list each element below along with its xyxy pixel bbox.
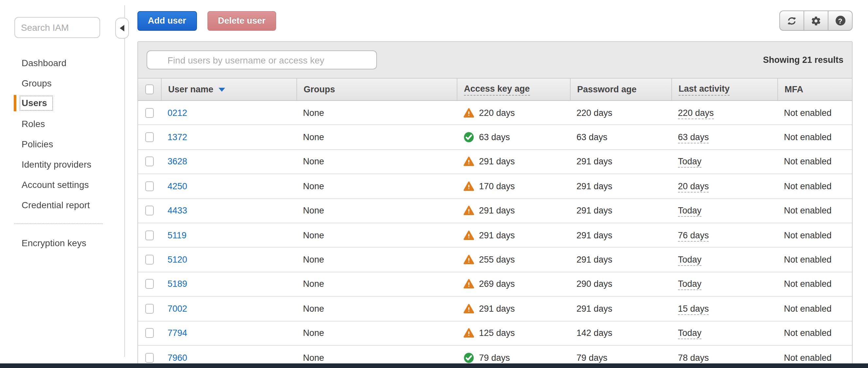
user-name-link[interactable]: 0212: [167, 108, 187, 117]
sidebar-item-roles[interactable]: Roles: [0, 113, 124, 134]
delete-user-button[interactable]: Delete user: [208, 11, 276, 31]
header-user-name[interactable]: User name: [161, 79, 297, 100]
toolbar: Add user Delete user: [137, 0, 852, 41]
table-row: 5189 None 269 days 290 days Today Not en…: [138, 272, 852, 296]
search-iam-input[interactable]: [14, 17, 100, 38]
last-activity-value: Today: [678, 255, 702, 266]
select-all-checkbox[interactable]: [145, 84, 154, 94]
last-activity-cell: 15 days: [671, 304, 777, 314]
table-row: 7002 None 291 days 291 days 15 days Not …: [138, 296, 852, 321]
row-checkbox[interactable]: [145, 132, 154, 142]
sidebar-item-policies[interactable]: Policies: [0, 134, 124, 154]
password-age-cell: 291 days: [570, 181, 671, 191]
row-select-cell: [138, 157, 161, 167]
access-key-age-value: 63 days: [479, 132, 510, 142]
refresh-button[interactable]: [780, 11, 804, 30]
table-row: 5120 None 255 days 291 days Today Not en…: [138, 248, 852, 273]
row-checkbox[interactable]: [145, 157, 154, 167]
header-mfa[interactable]: MFA: [777, 79, 852, 100]
sidebar-item-credential-report[interactable]: Credential report: [0, 195, 124, 215]
row-select-cell: [138, 132, 161, 142]
help-button[interactable]: ?: [828, 11, 852, 30]
last-activity-cell: Today: [671, 255, 777, 264]
row-checkbox[interactable]: [145, 328, 154, 338]
user-name-link[interactable]: 5119: [167, 230, 186, 240]
user-name-link[interactable]: 7794: [167, 328, 187, 338]
sidebar-item-encryption-keys[interactable]: Encryption keys: [0, 232, 124, 253]
sidebar-item-groups[interactable]: Groups: [0, 73, 124, 93]
user-name-link[interactable]: 4433: [167, 206, 187, 216]
row-checkbox[interactable]: [145, 352, 154, 362]
help-icon: ?: [835, 16, 845, 26]
access-key-age-cell: 170 days: [457, 181, 570, 192]
last-activity-value: Today: [678, 206, 702, 217]
user-name-link[interactable]: 5189: [167, 279, 187, 289]
mfa-cell: Not enabled: [777, 108, 852, 117]
sidebar-item-dashboard[interactable]: Dashboard: [0, 52, 124, 73]
sidebar-collapse-toggle[interactable]: [115, 18, 129, 39]
user-name-link[interactable]: 3628: [167, 157, 187, 167]
header-access-key-age[interactable]: Access key age: [457, 79, 570, 100]
sidebar-nav: Dashboard Groups Users Roles Policies Id…: [0, 52, 124, 253]
access-key-age-value: 291 days: [479, 206, 515, 216]
row-select-cell: [138, 255, 161, 264]
row-checkbox[interactable]: [145, 304, 154, 314]
row-checkbox[interactable]: [145, 108, 154, 117]
access-key-age-cell: 291 days: [457, 229, 570, 240]
user-name-link[interactable]: 5120: [167, 255, 187, 264]
groups-cell: None: [297, 230, 457, 240]
header-password-age[interactable]: Password age: [570, 79, 671, 100]
results-count: Showing 21 results: [763, 42, 843, 78]
access-key-age-value: 79 days: [479, 352, 510, 362]
row-checkbox[interactable]: [145, 279, 154, 289]
mfa-cell: Not enabled: [777, 352, 852, 362]
last-activity-cell: 78 days: [671, 352, 777, 362]
last-activity-cell: Today: [671, 206, 777, 216]
access-key-age-cell: 255 days: [457, 254, 570, 265]
settings-button[interactable]: [804, 11, 828, 30]
warning-icon: [463, 303, 474, 314]
user-name-link[interactable]: 1372: [167, 132, 187, 142]
sidebar-item-label: Account settings: [22, 179, 89, 190]
last-activity-value: 220 days: [678, 108, 714, 119]
iam-console: Dashboard Groups Users Roles Policies Id…: [0, 0, 868, 368]
password-age-cell: 290 days: [570, 279, 671, 289]
user-name-cell: 1372: [161, 132, 297, 142]
header-label: Groups: [304, 84, 335, 94]
password-age-cell: 142 days: [570, 328, 671, 338]
user-name-cell: 4250: [161, 181, 297, 191]
success-icon: [463, 352, 474, 363]
row-checkbox[interactable]: [145, 181, 154, 191]
row-checkbox[interactable]: [145, 255, 154, 264]
find-users-input[interactable]: [147, 50, 377, 69]
sidebar-item-account-settings[interactable]: Account settings: [0, 174, 124, 195]
user-name-link[interactable]: 7002: [167, 304, 187, 314]
mfa-cell: Not enabled: [777, 328, 852, 338]
add-user-button[interactable]: Add user: [137, 11, 197, 31]
access-key-age-value: 125 days: [479, 328, 515, 338]
row-checkbox[interactable]: [145, 206, 154, 216]
header-groups[interactable]: Groups: [297, 79, 457, 100]
table-row: 4250 None 170 days 291 days 20 days Not …: [138, 174, 852, 199]
sidebar-item-identity-providers[interactable]: Identity providers: [0, 154, 124, 174]
mfa-cell: Not enabled: [777, 230, 852, 240]
access-key-age-cell: 125 days: [457, 328, 570, 339]
user-name-cell: 7002: [161, 304, 297, 314]
last-activity-cell: Today: [671, 328, 777, 338]
warning-icon: [463, 181, 474, 192]
row-select-cell: [138, 181, 161, 191]
header-last-activity[interactable]: Last activity: [671, 79, 777, 100]
last-activity-value: 63 days: [678, 132, 709, 143]
access-key-age-value: 291 days: [479, 230, 515, 240]
access-key-age-cell: 291 days: [457, 303, 570, 314]
table-filter-bar: Showing 21 results: [138, 42, 852, 78]
row-checkbox[interactable]: [145, 230, 154, 240]
sidebar-item-users[interactable]: Users: [0, 93, 124, 113]
last-activity-value: 78 days: [678, 352, 709, 364]
user-name-link[interactable]: 7960: [167, 352, 187, 362]
warning-icon: [463, 254, 474, 265]
last-activity-value: Today: [678, 157, 702, 168]
header-label: Last activity: [679, 84, 730, 95]
sidebar-item-label: Groups: [22, 78, 52, 88]
user-name-link[interactable]: 4250: [167, 181, 187, 191]
